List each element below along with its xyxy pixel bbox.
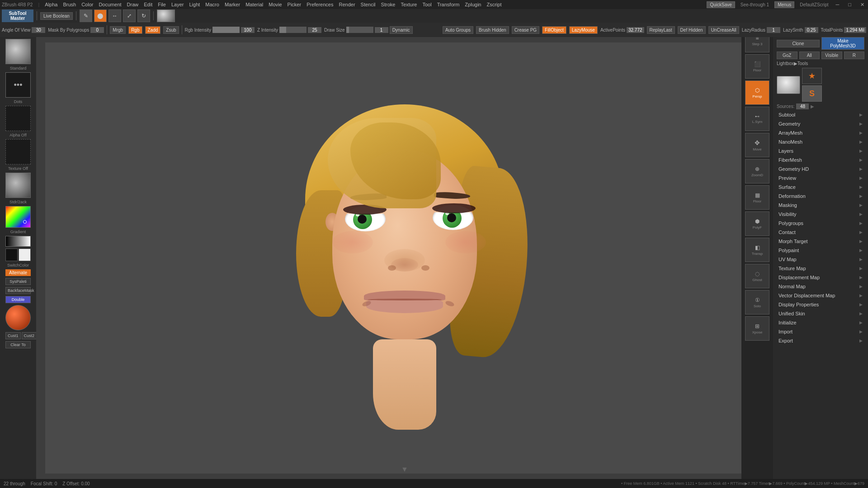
polypaint-item[interactable]: Polypaint ▶ xyxy=(773,246,868,255)
cust2-button[interactable]: Cust2 xyxy=(22,332,36,339)
color-black[interactable] xyxy=(5,249,18,261)
scale-button[interactable]: ⤢ xyxy=(123,9,136,22)
menu-layer[interactable]: Layer xyxy=(171,2,184,7)
lsym-button[interactable]: ⊷ L.Sym xyxy=(745,107,769,131)
gradient-swatch[interactable] xyxy=(5,236,31,247)
xpose-button[interactable]: ⊞ Xpose xyxy=(745,316,769,341)
canvas-background[interactable]: ▼ xyxy=(45,42,764,474)
move-view-button[interactable]: ✥ Move xyxy=(745,133,769,157)
edit-button[interactable]: ✎ xyxy=(80,9,92,22)
goz-button[interactable]: GoZ xyxy=(777,52,797,59)
geometry-item[interactable]: Geometry ▶ xyxy=(773,119,868,128)
clone-button[interactable]: Clone xyxy=(777,40,820,47)
quick-save-button[interactable]: QuickSave xyxy=(707,1,735,8)
lazy-smooth-value[interactable]: 0.25 xyxy=(805,27,818,33)
menu-light[interactable]: Light xyxy=(189,2,200,7)
floor2-button[interactable]: ▦ Floor xyxy=(745,185,769,210)
menu-transform[interactable]: Transform xyxy=(437,2,460,7)
menu-macro[interactable]: Macro xyxy=(205,2,219,7)
menu-document[interactable]: Document xyxy=(99,2,121,7)
lazy-mouse-button[interactable]: LazyMouse xyxy=(569,26,598,34)
polygroups-item[interactable]: Polygroups ▶ xyxy=(773,219,868,228)
color-picker[interactable] xyxy=(5,206,31,228)
menu-movie[interactable]: Movie xyxy=(269,2,282,7)
subtool-item[interactable]: Subtool ▶ xyxy=(773,110,868,119)
menus-button[interactable]: Menus xyxy=(774,1,794,8)
menu-color[interactable]: Color xyxy=(81,2,93,7)
export-file-item[interactable]: Export ▶ xyxy=(773,336,868,345)
menu-stroke[interactable]: Stroke xyxy=(381,2,396,7)
nanomesh-item[interactable]: NanoMesh ▶ xyxy=(773,137,868,146)
menu-file[interactable]: File xyxy=(158,2,166,7)
crease-pg-button[interactable]: Crease PG xyxy=(512,26,539,34)
draw-size-value[interactable]: 1 xyxy=(375,27,388,33)
all-button[interactable]: All xyxy=(799,52,820,59)
sphere-preview[interactable] xyxy=(5,305,31,330)
rgb-button[interactable]: Rgb xyxy=(128,26,142,34)
zsub-button[interactable]: Zsub xyxy=(163,26,179,34)
display-properties-item[interactable]: Display Properties ▶ xyxy=(773,300,868,309)
z-intensity-slider[interactable] xyxy=(279,27,307,33)
sources-expand[interactable]: ▶ xyxy=(811,104,814,109)
zadd-button[interactable]: Zadd xyxy=(145,26,161,34)
import-file-item[interactable]: Import ▶ xyxy=(773,327,868,336)
angle-value[interactable]: 30 xyxy=(32,27,45,33)
vector-displacement-item[interactable]: Vector Displacement Map ▶ xyxy=(773,291,868,300)
unified-skin-item[interactable]: Unified Skin ▶ xyxy=(773,309,868,318)
menu-draw[interactable]: Draw xyxy=(127,2,139,7)
fibermesh-item[interactable]: FiberMesh ▶ xyxy=(773,155,868,164)
menu-stencil[interactable]: Stencil xyxy=(361,2,376,7)
window-minimize[interactable]: ─ xyxy=(834,2,841,7)
ghost-button[interactable]: ◌ Ghost xyxy=(745,264,769,288)
mask-value[interactable]: 0 xyxy=(90,27,104,33)
texture-off-swatch[interactable] xyxy=(5,139,31,164)
persp-button[interactable]: ⬡ Persp xyxy=(745,80,769,105)
menu-edit[interactable]: Edit xyxy=(144,2,152,7)
tool-thumb-star[interactable]: ★ xyxy=(802,68,822,84)
uncrease-all-button[interactable]: UnCreaseAll xyxy=(708,26,739,34)
rgb-intensity-slider[interactable] xyxy=(212,27,240,33)
window-maximize[interactable]: □ xyxy=(846,2,853,7)
draw-button[interactable]: ⬤ xyxy=(94,9,107,22)
texture-map-item[interactable]: Texture Map ▶ xyxy=(773,264,868,273)
backface-mask-button[interactable]: BackfaceMask xyxy=(5,287,31,294)
menu-brush[interactable]: Brush xyxy=(63,2,76,7)
def-hidden-button[interactable]: Def Hidden xyxy=(678,26,706,34)
menu-zplugin[interactable]: Zplugin xyxy=(465,2,481,7)
clear-to-button[interactable]: Clear To xyxy=(5,341,31,348)
tool-thumb-s[interactable]: S xyxy=(802,85,822,102)
rgb-intensity-value[interactable]: 100 xyxy=(241,27,255,33)
alternate-button[interactable]: Alternate xyxy=(5,269,31,276)
menu-tool[interactable]: Tool xyxy=(422,2,431,7)
menu-preferences[interactable]: Preferences xyxy=(307,2,333,7)
auto-groups-button[interactable]: Auto Groups xyxy=(443,26,473,34)
alpha-off-swatch[interactable] xyxy=(5,106,31,131)
contact-item[interactable]: Contact ▶ xyxy=(773,228,868,237)
color-white[interactable] xyxy=(19,249,31,261)
menu-texture[interactable]: Texture xyxy=(401,2,417,7)
window-close[interactable]: ✕ xyxy=(859,2,866,8)
morph-target-item[interactable]: Morph Target ▶ xyxy=(773,237,868,246)
arraymesh-item[interactable]: ArrayMesh ▶ xyxy=(773,128,868,137)
menu-marker[interactable]: Marker xyxy=(225,2,240,7)
uv-map-item[interactable]: UV Map ▶ xyxy=(773,255,868,264)
initialize-item[interactable]: Initialize ▶ xyxy=(773,318,868,327)
normal-map-item[interactable]: Normal Map ▶ xyxy=(773,282,868,291)
menu-zscript[interactable]: Zscript xyxy=(486,2,501,7)
transp-button[interactable]: ◧ Transp xyxy=(745,238,769,262)
menu-render[interactable]: Render xyxy=(339,2,355,7)
canvas-area[interactable]: ▼ xyxy=(36,37,773,479)
masking-item[interactable]: Masking ▶ xyxy=(773,201,868,210)
mrgb-button[interactable]: Mrgb xyxy=(110,26,126,34)
make-polymesh-button[interactable]: Make PolyMesh3D xyxy=(821,37,864,50)
solo-button[interactable]: ① Solo xyxy=(745,290,769,314)
surface-item[interactable]: Surface ▶ xyxy=(773,183,868,192)
tool-thumb-sphere[interactable] xyxy=(777,76,800,94)
cust1-button[interactable]: Cust1 xyxy=(5,332,21,339)
rotate-button[interactable]: ↻ xyxy=(137,9,150,22)
live-boolean-button[interactable]: Live Boolean xyxy=(40,12,73,20)
standard-brush-swatch[interactable] xyxy=(5,39,31,64)
layers-item[interactable]: Layers ▶ xyxy=(773,146,868,155)
standard2-swatch[interactable] xyxy=(5,173,31,198)
r-button[interactable]: R xyxy=(844,52,865,59)
